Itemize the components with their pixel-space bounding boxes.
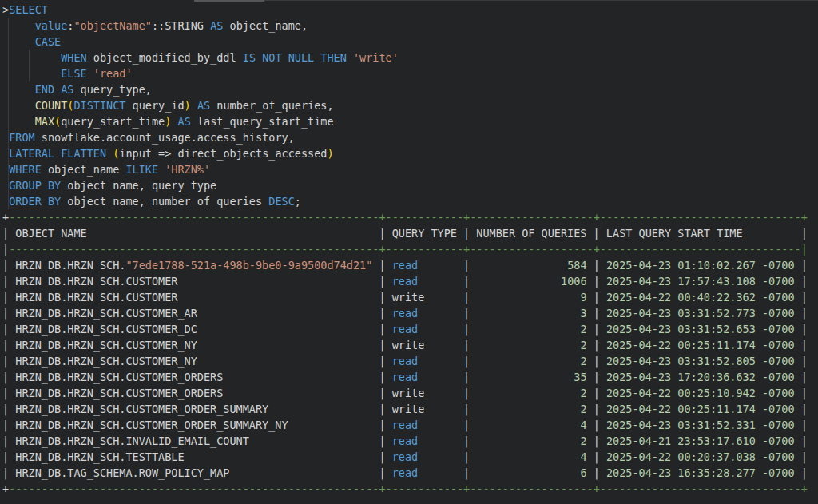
token: |	[2, 450, 15, 463]
token: write	[392, 339, 425, 351]
token: 2025-04-23 03:31:52.773 -0700	[606, 307, 795, 319]
token: |	[418, 450, 476, 463]
sql-line: ORDER BY object_name, number_of_queries …	[2, 193, 818, 209]
token: LATERAL FLATTEN	[9, 147, 106, 160]
token: (	[54, 115, 61, 128]
token: |	[268, 403, 391, 415]
token: |	[418, 435, 476, 447]
token: |	[795, 259, 808, 272]
table-row: | HRZN_DB.HRZN_SCH.CUSTOMER_ORDER_SUMMAR…	[2, 417, 818, 433]
token: 'HRZN%'	[165, 163, 210, 176]
sql-line: MAX(query_start_time) AS last_query_star…	[2, 113, 818, 129]
table-header-separator: |---------------------------------------…	[2, 241, 818, 257]
token: |	[795, 291, 808, 304]
token: 2025-04-21 23:53:17.610 -0700	[606, 435, 795, 447]
token: 2025-04-23 16:35:28.277 -0700	[606, 466, 795, 479]
token: |	[2, 403, 15, 415]
terminal-content: >SELECT value:"objectName"::STRING AS ob…	[2, 2, 818, 497]
token: 2025-04-22 00:20:37.038 -0700	[606, 450, 795, 463]
token	[2, 99, 35, 112]
token: 2025-04-23 01:10:02.267 -0700	[606, 259, 795, 272]
sql-line: ELSE 'read'	[2, 65, 818, 81]
terminal-window[interactable]: >SELECT value:"objectName"::STRING AS ob…	[0, 0, 818, 504]
table-row: | HRZN_DB.HRZN_SCH.CUSTOMER | write | 9 …	[2, 289, 818, 305]
table-row: | HRZN_DB.HRZN_SCH."7ede1788-521a-498b-9…	[2, 257, 818, 273]
token: |	[197, 355, 392, 367]
table-header-row: | OBJECT_NAME | QUERY_TYPE | NUMBER_OF_Q…	[2, 225, 818, 241]
token: |	[2, 243, 9, 256]
token: HRZN_DB.HRZN_SCH.TESTTABLE	[15, 450, 184, 463]
token: 'write'	[353, 51, 399, 64]
token: input => direct_objects_accessed	[119, 147, 327, 160]
token: |	[418, 419, 476, 431]
token: ----------------------------------------…	[9, 243, 808, 256]
table-row: | HRZN_DB.TAG_SCHEMA.ROW_POLICY_MAP | re…	[2, 465, 818, 481]
token: |	[418, 466, 476, 479]
token: read	[392, 275, 419, 288]
token: value	[35, 19, 68, 32]
token: 35	[476, 371, 586, 383]
table-border: +---------------------------------------…	[2, 481, 818, 497]
token: number_of_queries,	[210, 99, 333, 112]
token: |	[795, 435, 808, 447]
sql-line: LATERAL FLATTEN (input => direct_objects…	[2, 145, 818, 161]
token: 4	[476, 450, 586, 463]
token: write	[392, 403, 425, 415]
token: object_name, query_type	[61, 179, 216, 192]
token	[2, 51, 61, 64]
token: 'read'	[93, 67, 133, 80]
token: |	[2, 466, 15, 479]
token: |	[587, 403, 606, 415]
token: MAX	[35, 115, 54, 128]
token: HRZN_DB.HRZN_SCH.INVALID_EMAIL_COUNT	[15, 435, 249, 447]
token: +	[2, 211, 9, 224]
token: END AS	[35, 83, 74, 96]
token: )	[185, 99, 191, 112]
token: |	[795, 339, 808, 351]
token: AS	[178, 115, 191, 128]
token: query_id	[125, 99, 184, 112]
token: |	[418, 275, 476, 288]
token: 4	[476, 419, 586, 431]
sql-line: COUNT(DISTINCT query_id) AS number_of_qu…	[2, 97, 818, 113]
token	[2, 19, 35, 32]
token: ::STRING	[152, 19, 210, 32]
token: |	[223, 371, 391, 383]
token: 2025-04-22 00:25:11.174 -0700	[606, 339, 795, 351]
token: |	[229, 466, 391, 479]
token: 584	[476, 259, 586, 272]
token: 2025-04-22 00:40:22.362 -0700	[606, 291, 795, 304]
token: |	[587, 291, 606, 304]
token: DISTINCT	[73, 99, 125, 112]
token: |	[197, 323, 392, 335]
sql-line: WHERE object_name ILIKE 'HRZN%'	[2, 161, 818, 177]
token: |	[795, 403, 808, 415]
token	[2, 195, 9, 208]
token	[2, 179, 9, 192]
token: DESC	[268, 195, 295, 208]
table-row: | HRZN_DB.HRZN_SCH.TESTTABLE | read | 4 …	[2, 449, 818, 465]
token: read	[392, 419, 419, 431]
token	[2, 35, 35, 48]
token: 2025-04-23 17:20:36.632 -0700	[606, 371, 795, 383]
token: |	[424, 403, 476, 415]
token	[158, 163, 165, 176]
token	[2, 83, 35, 96]
token: |	[795, 387, 808, 399]
token	[171, 115, 177, 128]
token: |	[795, 450, 808, 463]
token: read	[392, 450, 419, 463]
token: "objectName"	[73, 19, 152, 32]
token: 9	[476, 291, 586, 304]
token: |	[424, 291, 476, 304]
token: read	[392, 307, 419, 319]
token	[191, 99, 197, 112]
token: |	[587, 355, 606, 367]
token: FROM	[9, 131, 35, 144]
token: |	[587, 419, 606, 431]
token: |	[795, 466, 808, 479]
token: |	[177, 275, 391, 288]
token: 2025-04-23 17:57:43.108 -0700	[606, 275, 795, 288]
token: 2	[476, 339, 586, 351]
token: |	[587, 450, 606, 463]
